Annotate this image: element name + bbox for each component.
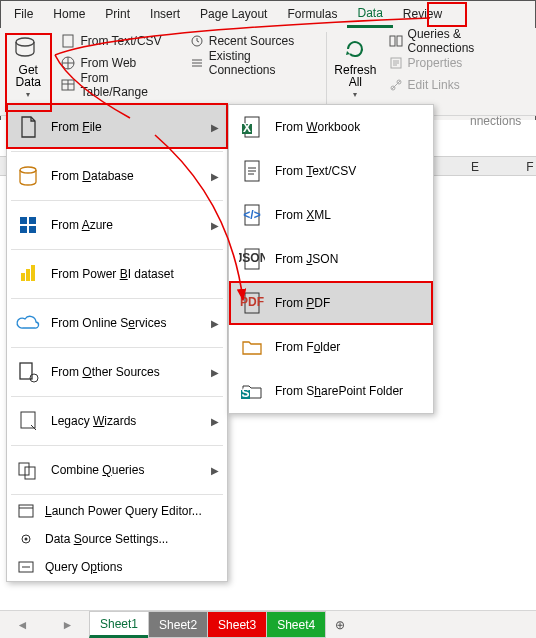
properties-button[interactable]: Properties xyxy=(384,54,530,72)
xml-icon: </> xyxy=(239,202,265,228)
gear-icon xyxy=(17,530,35,548)
from-range-label: From Table/Range xyxy=(80,71,174,99)
from-file-submenu: X From Workbook From Text/CSV </> From X… xyxy=(228,104,434,414)
mi-legacy-wizards[interactable]: Legacy Wizards ▶ xyxy=(7,399,227,443)
table-icon xyxy=(60,77,76,93)
scroll-first-icon[interactable]: ◄ xyxy=(17,618,29,632)
from-web-label: From Web xyxy=(80,56,136,70)
mi-launch-label: Launch Power Query Editor... xyxy=(45,504,202,518)
col-E[interactable]: E xyxy=(445,160,505,174)
svg-rect-35 xyxy=(26,269,30,281)
mi-from-xml[interactable]: </> From XML xyxy=(229,193,433,237)
mi-from-azure-label: From Azure xyxy=(51,218,113,232)
chevron-right-icon: ▶ xyxy=(211,465,219,476)
edit-links-button[interactable]: Edit Links xyxy=(384,76,530,94)
svg-point-29 xyxy=(20,167,36,173)
from-textcsv-button[interactable]: From Text/CSV xyxy=(56,32,178,50)
mi-from-powerbi[interactable]: From Power BI dataset xyxy=(7,252,227,296)
recent-sources-button[interactable]: Recent Sources xyxy=(185,32,320,50)
mi-xml-label: From XML xyxy=(275,208,331,222)
col-F[interactable]: F xyxy=(500,160,536,174)
sheet-tab-4[interactable]: Sheet4 xyxy=(266,611,326,638)
refresh-all-button[interactable]: Refresh All ▾ xyxy=(333,32,377,110)
mi-folder-label: From Folder xyxy=(275,340,340,354)
connection-icon xyxy=(189,55,205,71)
svg-rect-42 xyxy=(19,505,33,517)
svg-rect-1 xyxy=(63,35,73,47)
textcsv-icon xyxy=(239,158,265,184)
from-range-button[interactable]: From Table/Range xyxy=(56,76,178,94)
chevron-down-icon: ▾ xyxy=(26,90,30,99)
svg-rect-40 xyxy=(19,463,29,475)
get-data-button[interactable]: Get Data ▾ xyxy=(6,32,50,110)
mi-query-options[interactable]: Query Options xyxy=(7,553,227,581)
svg-rect-36 xyxy=(31,265,35,281)
mi-from-database[interactable]: From Database ▶ xyxy=(7,154,227,198)
mi-from-workbook[interactable]: X From Workbook xyxy=(229,105,433,149)
queries-conn-button[interactable]: Queries & Connections xyxy=(384,32,530,50)
mi-from-file[interactable]: From File ▶ xyxy=(7,105,227,149)
sheet-tab-2[interactable]: Sheet2 xyxy=(148,611,208,638)
svg-rect-34 xyxy=(21,273,25,281)
chevron-right-icon: ▶ xyxy=(211,416,219,427)
refresh-all-label: Refresh All xyxy=(334,64,376,88)
edit-links-label: Edit Links xyxy=(408,78,460,92)
sheet-scroll[interactable]: ◄ ► xyxy=(0,611,90,638)
mi-json-label: From JSON xyxy=(275,252,338,266)
add-sheet-button[interactable]: ⊕ xyxy=(326,611,354,638)
from-web-button[interactable]: From Web xyxy=(56,54,178,72)
powerbi-icon xyxy=(15,261,41,287)
svg-rect-33 xyxy=(29,226,36,233)
pdf-icon: PDF xyxy=(239,290,265,316)
from-textcsv-label: From Text/CSV xyxy=(80,34,161,48)
svg-text:S: S xyxy=(241,386,249,400)
svg-rect-32 xyxy=(20,226,27,233)
mi-from-azure[interactable]: From Azure ▶ xyxy=(7,203,227,247)
svg-point-0 xyxy=(16,38,34,46)
mi-from-folder[interactable]: From Folder xyxy=(229,325,433,369)
existing-conn-button[interactable]: Existing Connections xyxy=(185,54,320,72)
queries-conn-label: Queries & Connections xyxy=(408,27,526,55)
globe-icon xyxy=(60,55,76,71)
existing-conn-label: Existing Connections xyxy=(209,49,316,77)
mi-from-pdf[interactable]: PDF From PDF xyxy=(229,281,433,325)
svg-point-38 xyxy=(30,374,38,382)
mi-from-textcsv[interactable]: From Text/CSV xyxy=(229,149,433,193)
ribbon-separator xyxy=(326,32,327,110)
mi-data-source-settings[interactable]: Data Source Settings... xyxy=(7,525,227,553)
mi-pdf-label: From PDF xyxy=(275,296,330,310)
mi-from-powerbi-label: From Power BI dataset xyxy=(51,267,174,281)
json-icon: JSON xyxy=(239,246,265,272)
combine-icon xyxy=(15,457,41,483)
mi-from-sharepoint[interactable]: S From SharePoint Folder xyxy=(229,369,433,413)
svg-text:PDF: PDF xyxy=(240,295,264,309)
mi-legacy-label: Legacy Wizards xyxy=(51,414,136,428)
mi-from-json[interactable]: JSON From JSON xyxy=(229,237,433,281)
edit-links-icon xyxy=(388,77,404,93)
mi-opts-label: Query Options xyxy=(45,560,122,574)
svg-rect-5 xyxy=(390,36,395,46)
other-icon xyxy=(15,359,41,385)
azure-icon xyxy=(15,212,41,238)
queries-icon xyxy=(388,33,404,49)
mi-ds-label: Data Source Settings... xyxy=(45,532,168,546)
svg-text:</>: </> xyxy=(243,208,260,222)
svg-text:X: X xyxy=(243,121,251,135)
mi-from-other[interactable]: From Other Sources ▶ xyxy=(7,350,227,394)
svg-rect-6 xyxy=(397,36,402,46)
sheet-tab-1[interactable]: Sheet1 xyxy=(89,611,149,638)
get-data-menu: From File ▶ From Database ▶ From Azure ▶… xyxy=(6,104,228,582)
sheet-tab-3[interactable]: Sheet3 xyxy=(207,611,267,638)
scroll-last-icon[interactable]: ► xyxy=(62,618,74,632)
svg-point-44 xyxy=(25,538,28,541)
mi-launch-pqe[interactable]: Launch Power Query Editor... xyxy=(7,497,227,525)
mi-from-online[interactable]: From Online Services ▶ xyxy=(7,301,227,345)
get-data-label: Get Data xyxy=(16,64,41,88)
refresh-icon xyxy=(340,36,370,62)
wizard-icon xyxy=(15,408,41,434)
mi-from-online-label: From Online Services xyxy=(51,316,166,330)
chevron-right-icon: ▶ xyxy=(211,220,219,231)
editor-icon xyxy=(17,502,35,520)
mi-sp-label: From SharePoint Folder xyxy=(275,384,403,398)
mi-combine-queries[interactable]: Combine Queries ▶ xyxy=(7,448,227,492)
